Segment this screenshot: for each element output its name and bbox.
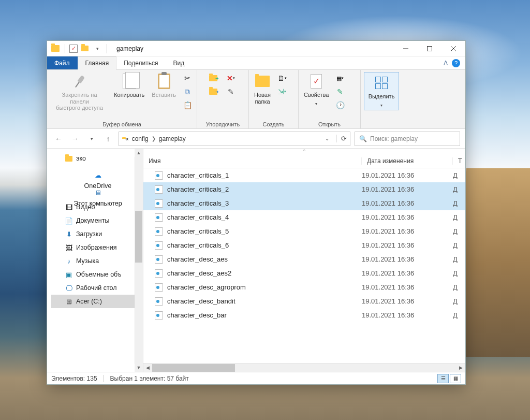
recent-locations-button[interactable]: ▾ (85, 133, 98, 145)
scroll-down-icon[interactable]: ▼ (135, 364, 143, 372)
file-row[interactable]: character_desc_bar19.01.2021 16:36Д (143, 308, 465, 322)
file-row[interactable]: character_desc_aes19.01.2021 16:36Д (143, 252, 465, 266)
titlebar: ✓ ▾ gameplay (47, 41, 465, 56)
chevron-down-icon: ▾ (380, 103, 382, 108)
file-row[interactable]: character_desc_aes219.01.2021 16:36Д (143, 266, 465, 280)
file-row[interactable]: character_criticals_119.01.2021 16:36Д (143, 168, 465, 182)
main-area: эко ☁OneDrive 🖥Этот компьютер 🎞Видео 📄До… (47, 149, 465, 372)
file-date: 19.01.2021 16:36 (362, 241, 453, 249)
address-dropdown-icon[interactable]: ⌄ (323, 136, 331, 141)
edit-icon[interactable]: ✎ (334, 85, 346, 98)
file-name: character_criticals_5 (167, 227, 362, 235)
paste-button[interactable]: Вставить (150, 72, 178, 103)
help-icon[interactable]: ? (452, 59, 460, 67)
nav-item-thispc[interactable]: 🖥Этот компьютер (51, 187, 143, 200)
file-type: Д (453, 227, 465, 235)
file-list[interactable]: character_criticals_119.01.2021 16:36Дch… (143, 168, 465, 363)
properties-button[interactable]: Свойства ▾ (302, 72, 331, 107)
tab-file[interactable]: Файл (47, 56, 78, 69)
column-headers[interactable]: Имя Дата изменения Т (143, 154, 465, 168)
nav-scrollbar[interactable]: ▲ ▼ (135, 149, 143, 372)
copy-button[interactable]: Копировать (112, 72, 146, 99)
properties-qat-icon[interactable]: ✓ (69, 45, 78, 53)
nav-item-eco[interactable]: эко (51, 152, 143, 165)
separator (65, 44, 65, 53)
nav-item-documents[interactable]: 📄Документы (51, 214, 143, 227)
column-type[interactable]: Т (453, 157, 465, 165)
cut-icon[interactable]: ✂ (181, 72, 194, 84)
navigation-pane[interactable]: эко ☁OneDrive 🖥Этот компьютер 🎞Видео 📄До… (47, 149, 143, 372)
details-view-button[interactable]: ☰ (437, 374, 449, 383)
scroll-left-icon[interactable]: ◀ (143, 364, 152, 372)
move-to-icon[interactable]: ➜ (209, 72, 222, 84)
up-button[interactable]: ↑ (102, 133, 114, 145)
pin-to-quickaccess-button[interactable]: Закрепить на панели быстрого доступа (50, 72, 109, 112)
address-bar[interactable]: « config ❯ gameplay ⌄ ⟳ (119, 132, 350, 146)
nav-item-pictures[interactable]: 🖼Изображения (51, 241, 143, 254)
nav-item-drive-c[interactable]: ⊞Acer (C:) (51, 295, 143, 308)
file-name: character_criticals_1 (167, 171, 362, 179)
new-item-icon[interactable]: 🗎▾ (276, 72, 288, 84)
file-name: character_criticals_3 (167, 199, 362, 207)
copy-to-icon[interactable]: ➜ (209, 85, 222, 98)
onedrive-icon: ☁ (94, 171, 102, 179)
refresh-icon[interactable]: ⟳ (336, 135, 347, 142)
nav-item-downloads[interactable]: ⬇Загрузки (51, 227, 143, 241)
collapse-handle-icon[interactable]: ⌃ (143, 149, 465, 154)
file-row[interactable]: character_desc_bandit19.01.2021 16:36Д (143, 294, 465, 308)
xml-file-icon (154, 269, 164, 278)
column-date[interactable]: Дата изменения (362, 157, 453, 165)
file-row[interactable]: character_criticals_319.01.2021 16:36Д (143, 196, 465, 210)
history-icon[interactable]: 🕑 (334, 99, 346, 111)
nav-item-desktop[interactable]: 🖵Рабочий стол (51, 281, 143, 295)
chevron-down-icon: ▾ (315, 102, 317, 106)
file-row[interactable]: character_criticals_619.01.2021 16:36Д (143, 238, 465, 252)
collapse-ribbon-icon[interactable]: ᐱ (444, 60, 448, 67)
delete-icon[interactable]: ✕▾ (225, 72, 237, 84)
explorer-window: ✓ ▾ gameplay Файл Главная Поделиться Вид… (47, 40, 466, 385)
ribbon-tabstrip: Файл Главная Поделиться Вид ᐱ ? (47, 56, 465, 70)
copy-path-icon[interactable]: ⧉ (181, 85, 194, 98)
computer-icon: 🖥 (94, 189, 102, 197)
thumbnails-view-button[interactable]: ▦ (450, 374, 461, 383)
file-row[interactable]: character_criticals_219.01.2021 16:36Д (143, 182, 465, 196)
search-input[interactable]: 🔍 Поиск: gameplay (355, 132, 460, 146)
paste-shortcut-icon[interactable]: 📋 (181, 99, 194, 111)
breadcrumb-segment[interactable]: config (132, 135, 149, 142)
new-folder-icon (254, 73, 271, 90)
back-button[interactable]: ← (52, 133, 65, 145)
column-name[interactable]: Имя (143, 157, 362, 165)
rename-icon[interactable]: ✎ (225, 85, 237, 98)
file-row[interactable]: character_criticals_519.01.2021 16:36Д (143, 224, 465, 238)
tab-view[interactable]: Вид (166, 56, 192, 69)
xml-file-icon (154, 227, 164, 236)
file-date: 19.01.2021 16:36 (362, 311, 453, 319)
file-row[interactable]: character_desc_agroprom19.01.2021 16:36Д (143, 280, 465, 294)
file-name: character_desc_agroprom (167, 283, 362, 291)
nav-item-onedrive[interactable]: ☁OneDrive (51, 169, 143, 183)
scroll-thumb[interactable] (135, 211, 142, 263)
select-button[interactable]: Выделить ▾ (364, 72, 400, 110)
nav-item-music[interactable]: ♪Музыка (51, 254, 143, 268)
scroll-right-icon[interactable]: ▶ (457, 364, 465, 372)
forward-button[interactable]: → (69, 133, 81, 145)
horizontal-scrollbar[interactable]: ◀ ▶ (143, 363, 465, 372)
file-date: 19.01.2021 16:36 (362, 283, 453, 291)
open-icon[interactable]: ▦▾ (334, 72, 346, 84)
tab-share[interactable]: Поделиться (116, 56, 166, 69)
scroll-thumb[interactable] (152, 364, 235, 372)
file-row[interactable]: character_criticals_419.01.2021 16:36Д (143, 210, 465, 224)
tab-home[interactable]: Главная (78, 56, 117, 70)
close-button[interactable] (441, 41, 465, 56)
scroll-up-icon[interactable]: ▲ (135, 149, 143, 157)
minimize-button[interactable] (394, 41, 418, 56)
folder-qat-icon[interactable] (80, 44, 90, 54)
easy-access-icon[interactable]: ⇲▾ (276, 85, 288, 98)
chevron-right-icon[interactable]: ❯ (152, 136, 156, 141)
nav-item-3dobjects[interactable]: ▣Объемные объ (51, 268, 143, 281)
maximize-button[interactable] (418, 41, 441, 56)
qat-dropdown-icon[interactable]: ▾ (92, 44, 102, 54)
breadcrumb-segment[interactable]: gameplay (159, 135, 186, 142)
new-folder-button[interactable]: Новая папка (252, 72, 273, 106)
file-type: Д (453, 213, 465, 221)
